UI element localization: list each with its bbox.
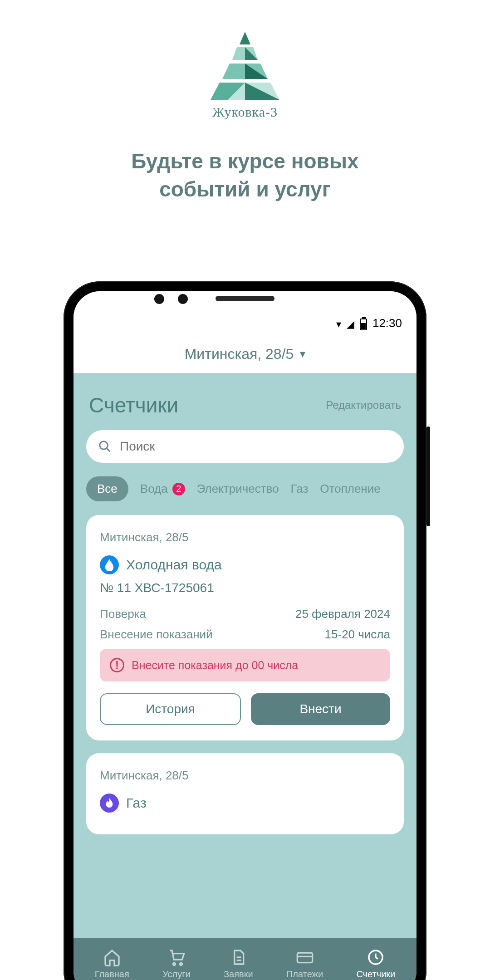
nav-home[interactable]: Главная <box>95 948 129 980</box>
filter-chips: Все Вода 2 Электричество Газ Отопление <box>86 463 404 515</box>
chip-water[interactable]: Вода 2 <box>140 482 185 496</box>
gas-flame-icon <box>100 794 119 813</box>
brand-logo-icon <box>204 32 286 100</box>
nav-meters[interactable]: Счетчики <box>356 948 395 980</box>
meter-icon <box>367 948 385 966</box>
page-title: Счетчики <box>89 393 178 417</box>
content-area: Счетчики Редактировать Все Вода 2 Электр… <box>74 373 416 938</box>
svg-line-9 <box>107 448 110 452</box>
svg-point-11 <box>180 963 182 965</box>
status-time: 12:30 <box>372 316 402 330</box>
nav-services[interactable]: Услуги <box>162 948 191 980</box>
nav-requests[interactable]: Заявки <box>224 948 253 980</box>
tagline-line1: Будьте в курсе новых <box>131 149 358 173</box>
chip-gas[interactable]: Газ <box>291 482 309 496</box>
nav-payments[interactable]: Платежи <box>286 948 323 980</box>
svg-point-10 <box>173 963 175 965</box>
search-input[interactable] <box>120 439 392 454</box>
check-value: 25 февраля 2024 <box>295 607 390 621</box>
chevron-down-icon: ▾ <box>300 348 305 360</box>
alert-icon: ! <box>110 658 124 672</box>
chip-water-badge: 2 <box>172 483 185 495</box>
chip-all[interactable]: Все <box>86 476 128 501</box>
nav-services-label: Услуги <box>162 969 191 980</box>
tagline-line2: событий и услуг <box>159 177 331 201</box>
wifi-icon: ▾ <box>336 318 341 330</box>
screen: ▾ ◢ 12:30 Митинская, 28/5 ▾ Счетчики Ред… <box>74 291 416 980</box>
document-icon <box>229 948 247 966</box>
water-drop-icon <box>100 555 119 574</box>
nav-home-label: Главная <box>95 969 129 980</box>
submit-reading-button[interactable]: Внести <box>251 693 390 725</box>
edit-link[interactable]: Редактировать <box>326 399 401 412</box>
cart-icon <box>167 948 186 966</box>
signal-icon: ◢ <box>347 318 354 330</box>
brand-name: Жуковка-3 <box>0 104 490 120</box>
meter-number: № 11 ХВС-1725061 <box>100 581 390 595</box>
chip-electricity[interactable]: Электричество <box>197 482 279 496</box>
reading-alert: ! Внесите показания до 00 числа <box>100 649 390 681</box>
submit-window-value: 15-20 числа <box>325 627 390 642</box>
nav-meters-label: Счетчики <box>356 969 395 980</box>
address-selector[interactable]: Митинская, 28/5 ▾ <box>74 335 416 373</box>
home-icon <box>103 948 121 966</box>
speaker-grille <box>216 296 274 301</box>
check-label: Поверка <box>100 607 146 621</box>
device-frame: ▾ ◢ 12:30 Митинская, 28/5 ▾ Счетчики Ред… <box>64 281 426 980</box>
submit-window-label: Внесение показаний <box>100 627 213 642</box>
camera-dots <box>154 294 188 304</box>
tagline: Будьте в курсе новых событий и услуг <box>0 147 490 203</box>
bottom-nav: Главная Услуги Заявки Платежи Счетчики <box>74 938 416 980</box>
nav-payments-label: Платежи <box>286 969 323 980</box>
battery-icon <box>360 318 367 330</box>
nav-requests-label: Заявки <box>224 969 253 980</box>
meter-name: Холодная вода <box>126 557 222 573</box>
svg-rect-12 <box>297 953 312 963</box>
alert-text: Внесите показания до 00 числа <box>132 659 298 672</box>
meter-card: Митинская, 28/5 Холодная вода № 11 ХВС-1… <box>86 515 404 740</box>
meter-address: Митинская, 28/5 <box>100 530 390 544</box>
svg-point-8 <box>100 441 108 450</box>
address-current: Митинская, 28/5 <box>185 346 294 363</box>
chip-heating[interactable]: Отопление <box>320 482 380 496</box>
search-field[interactable] <box>86 430 404 463</box>
meter-name: Газ <box>126 795 147 811</box>
chip-water-label: Вода <box>140 482 168 496</box>
history-button[interactable]: История <box>100 693 241 725</box>
search-icon <box>98 440 112 453</box>
card-icon <box>296 948 314 966</box>
svg-marker-0 <box>240 32 250 44</box>
meter-address: Митинская, 28/5 <box>100 769 390 783</box>
brand-header: Жуковка-3 <box>0 0 490 120</box>
meter-card: Митинская, 28/5 Газ <box>86 753 404 834</box>
